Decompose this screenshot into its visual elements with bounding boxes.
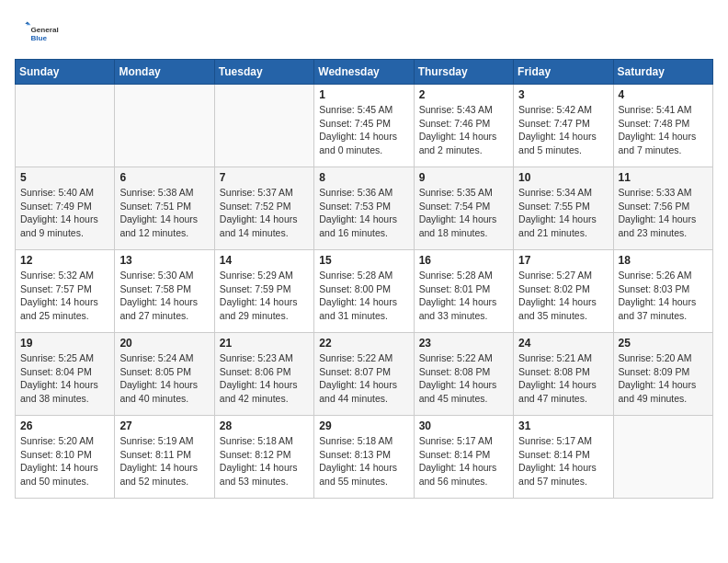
calendar-cell: 23Sunrise: 5:22 AMSunset: 8:08 PMDayligh…: [414, 333, 513, 416]
day-number: 10: [518, 171, 608, 184]
weekday-header-thursday: Thursday: [414, 60, 513, 85]
calendar-cell: 9Sunrise: 5:35 AMSunset: 7:54 PMDaylight…: [414, 167, 513, 250]
day-number: 8: [319, 171, 408, 184]
weekday-header-row: SundayMondayTuesdayWednesdayThursdayFrid…: [16, 60, 713, 85]
svg-text:Blue: Blue: [31, 34, 48, 42]
day-number: 18: [619, 254, 708, 267]
day-info: Sunrise: 5:32 AMSunset: 7:57 PMDaylight:…: [20, 269, 109, 323]
day-info: Sunrise: 5:20 AMSunset: 8:10 PMDaylight:…: [20, 434, 109, 488]
calendar-cell: 10Sunrise: 5:34 AMSunset: 7:55 PMDayligh…: [514, 167, 613, 250]
day-number: 20: [119, 337, 209, 350]
day-info: Sunrise: 5:19 AMSunset: 8:11 PMDaylight:…: [119, 434, 209, 488]
calendar-cell: 31Sunrise: 5:17 AMSunset: 8:14 PMDayligh…: [514, 416, 613, 499]
day-info: Sunrise: 5:43 AMSunset: 7:46 PMDaylight:…: [419, 103, 508, 157]
day-info: Sunrise: 5:21 AMSunset: 8:08 PMDaylight:…: [518, 351, 608, 406]
calendar-cell: 2Sunrise: 5:43 AMSunset: 7:46 PMDaylight…: [414, 85, 513, 167]
day-info: Sunrise: 5:18 AMSunset: 8:13 PMDaylight:…: [319, 434, 408, 488]
day-number: 3: [518, 88, 608, 101]
weekday-header-friday: Friday: [514, 60, 613, 85]
calendar-week-row: 26Sunrise: 5:20 AMSunset: 8:10 PMDayligh…: [16, 416, 713, 499]
day-info: Sunrise: 5:37 AMSunset: 7:52 PMDaylight:…: [220, 186, 309, 240]
calendar-cell: 19Sunrise: 5:25 AMSunset: 8:04 PMDayligh…: [16, 333, 115, 416]
day-info: Sunrise: 5:28 AMSunset: 8:01 PMDaylight:…: [419, 269, 508, 323]
day-info: Sunrise: 5:41 AMSunset: 7:48 PMDaylight:…: [619, 103, 708, 157]
calendar-cell: 18Sunrise: 5:26 AMSunset: 8:03 PMDayligh…: [613, 250, 712, 333]
calendar-cell: 7Sunrise: 5:37 AMSunset: 7:52 PMDaylight…: [214, 167, 313, 250]
weekday-header-sunday: Sunday: [16, 60, 115, 85]
day-info: Sunrise: 5:42 AMSunset: 7:47 PMDaylight:…: [518, 103, 608, 157]
day-info: Sunrise: 5:20 AMSunset: 8:09 PMDaylight:…: [619, 351, 708, 406]
calendar-cell: 24Sunrise: 5:21 AMSunset: 8:08 PMDayligh…: [514, 333, 613, 416]
calendar-cell: 14Sunrise: 5:29 AMSunset: 7:59 PMDayligh…: [214, 250, 313, 333]
calendar-cell: 12Sunrise: 5:32 AMSunset: 7:57 PMDayligh…: [16, 250, 115, 333]
day-info: Sunrise: 5:24 AMSunset: 8:05 PMDaylight:…: [119, 351, 209, 406]
day-info: Sunrise: 5:29 AMSunset: 7:59 PMDaylight:…: [220, 269, 309, 323]
calendar-cell: [214, 85, 313, 167]
day-info: Sunrise: 5:22 AMSunset: 8:07 PMDaylight:…: [319, 351, 408, 406]
svg-text:General: General: [31, 26, 59, 34]
weekday-header-wednesday: Wednesday: [314, 60, 414, 85]
day-number: 22: [319, 337, 408, 350]
calendar-cell: 5Sunrise: 5:40 AMSunset: 7:49 PMDaylight…: [16, 167, 115, 250]
day-info: Sunrise: 5:34 AMSunset: 7:55 PMDaylight:…: [518, 186, 608, 240]
day-number: 24: [518, 337, 608, 350]
day-number: 25: [619, 337, 708, 350]
day-number: 26: [20, 419, 109, 432]
day-number: 27: [119, 419, 209, 432]
day-number: 13: [119, 254, 209, 267]
day-info: Sunrise: 5:18 AMSunset: 8:12 PMDaylight:…: [220, 434, 309, 488]
day-number: 19: [20, 337, 109, 350]
day-number: 15: [319, 254, 408, 267]
day-number: 28: [220, 419, 309, 432]
day-info: Sunrise: 5:17 AMSunset: 8:14 PMDaylight:…: [518, 434, 608, 488]
day-number: 23: [419, 337, 508, 350]
day-number: 17: [518, 254, 608, 267]
day-info: Sunrise: 5:36 AMSunset: 7:53 PMDaylight:…: [319, 186, 408, 240]
day-number: 11: [619, 171, 708, 184]
day-number: 4: [619, 88, 708, 101]
logo: General Blue: [15, 15, 61, 52]
weekday-header-saturday: Saturday: [613, 60, 712, 85]
day-info: Sunrise: 5:23 AMSunset: 8:06 PMDaylight:…: [220, 351, 309, 406]
day-info: Sunrise: 5:40 AMSunset: 7:49 PMDaylight:…: [20, 186, 109, 240]
calendar-cell: [613, 416, 712, 499]
calendar-cell: [115, 85, 214, 167]
calendar-cell: 22Sunrise: 5:22 AMSunset: 8:07 PMDayligh…: [314, 333, 414, 416]
calendar-cell: 16Sunrise: 5:28 AMSunset: 8:01 PMDayligh…: [414, 250, 513, 333]
calendar-cell: 27Sunrise: 5:19 AMSunset: 8:11 PMDayligh…: [115, 416, 214, 499]
weekday-header-tuesday: Tuesday: [214, 60, 313, 85]
calendar-week-row: 19Sunrise: 5:25 AMSunset: 8:04 PMDayligh…: [16, 333, 713, 416]
day-number: 21: [220, 337, 309, 350]
day-number: 29: [319, 419, 408, 432]
day-number: 1: [319, 88, 408, 101]
day-info: Sunrise: 5:33 AMSunset: 7:56 PMDaylight:…: [619, 186, 708, 240]
calendar-cell: 1Sunrise: 5:45 AMSunset: 7:45 PMDaylight…: [314, 85, 414, 167]
day-info: Sunrise: 5:35 AMSunset: 7:54 PMDaylight:…: [419, 186, 508, 240]
day-number: 31: [518, 419, 608, 432]
day-info: Sunrise: 5:30 AMSunset: 7:58 PMDaylight:…: [119, 269, 209, 323]
calendar-cell: 17Sunrise: 5:27 AMSunset: 8:02 PMDayligh…: [514, 250, 613, 333]
day-info: Sunrise: 5:25 AMSunset: 8:04 PMDaylight:…: [20, 351, 109, 406]
calendar-cell: [16, 85, 115, 167]
day-number: 5: [20, 171, 109, 184]
day-info: Sunrise: 5:26 AMSunset: 8:03 PMDaylight:…: [619, 269, 708, 323]
calendar-cell: 20Sunrise: 5:24 AMSunset: 8:05 PMDayligh…: [115, 333, 214, 416]
calendar-cell: 21Sunrise: 5:23 AMSunset: 8:06 PMDayligh…: [214, 333, 313, 416]
calendar-week-row: 1Sunrise: 5:45 AMSunset: 7:45 PMDaylight…: [16, 85, 713, 167]
day-number: 9: [419, 171, 508, 184]
calendar-cell: 3Sunrise: 5:42 AMSunset: 7:47 PMDaylight…: [514, 85, 613, 167]
day-number: 14: [220, 254, 309, 267]
calendar-cell: 28Sunrise: 5:18 AMSunset: 8:12 PMDayligh…: [214, 416, 313, 499]
calendar-cell: 4Sunrise: 5:41 AMSunset: 7:48 PMDaylight…: [613, 85, 712, 167]
calendar-table: SundayMondayTuesdayWednesdayThursdayFrid…: [15, 59, 713, 499]
weekday-header-monday: Monday: [115, 60, 214, 85]
day-number: 7: [220, 171, 309, 184]
calendar-cell: 6Sunrise: 5:38 AMSunset: 7:51 PMDaylight…: [115, 167, 214, 250]
calendar-cell: 8Sunrise: 5:36 AMSunset: 7:53 PMDaylight…: [314, 167, 414, 250]
day-number: 16: [419, 254, 508, 267]
logo-svg: General Blue: [15, 15, 61, 52]
day-number: 2: [419, 88, 508, 101]
calendar-cell: 26Sunrise: 5:20 AMSunset: 8:10 PMDayligh…: [16, 416, 115, 499]
day-info: Sunrise: 5:28 AMSunset: 8:00 PMDaylight:…: [319, 269, 408, 323]
calendar-cell: 29Sunrise: 5:18 AMSunset: 8:13 PMDayligh…: [314, 416, 414, 499]
